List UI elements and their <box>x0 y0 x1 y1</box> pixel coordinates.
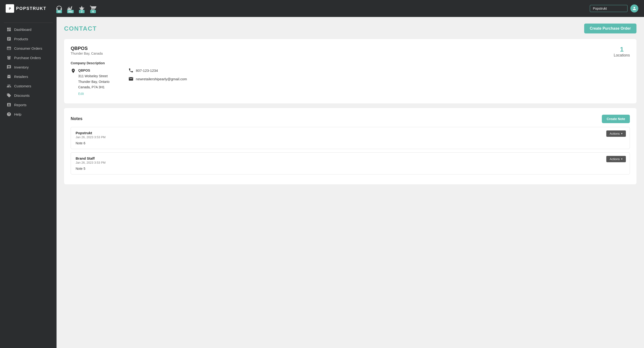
phone-icon <box>128 68 134 73</box>
user-avatar[interactable] <box>630 4 638 12</box>
rocket-badge: 992 <box>67 10 74 13</box>
sidebar-item-inventory[interactable]: Inventory <box>2 62 55 72</box>
logo-text: POPSTRUKT <box>16 6 46 11</box>
create-note-button[interactable]: Create Note <box>602 115 630 123</box>
locations-block: 1 Locations <box>614 46 630 57</box>
phone-number: 807-123-1234 <box>136 68 158 72</box>
sidebar-divider-top <box>4 22 53 23</box>
contact-card: QBPOS Thunder Bay, Canada 1 Locations Co… <box>64 39 636 103</box>
note-item-0: Popstrukt Jan 26, 2023 3:53 PM Note 6 Ac… <box>71 127 630 149</box>
nav-cart-icon[interactable]: 6 <box>90 5 96 12</box>
notes-section: Notes Create Note Popstrukt Jan 26, 2023… <box>64 108 636 184</box>
sidebar-item-discounts-label: Discounts <box>14 93 30 97</box>
note-actions-button-0[interactable]: Actions <box>606 130 626 137</box>
note-author-1: Brand Staff <box>76 156 625 160</box>
sidebar: Dashboard Products Consumer Orders Purch… <box>0 17 56 348</box>
cart-badge: 6 <box>90 10 96 13</box>
page-title: CONTACT <box>64 25 97 32</box>
address-country-postal: Canada, P7A 3H1 <box>78 85 104 89</box>
nav-right: Popstrukt <box>590 4 638 12</box>
note-actions-button-1[interactable]: Actions <box>606 156 626 162</box>
email-row: newretailershipearly@gmail.com <box>128 76 187 81</box>
sidebar-item-inventory-label: Inventory <box>14 65 29 69</box>
sidebar-item-reports-label: Reports <box>14 103 26 107</box>
locations-label: Locations <box>614 53 630 57</box>
nav-star-icon[interactable]: 2 <box>78 5 85 12</box>
contact-main: QBPOS Thunder Bay, Canada 1 Locations <box>71 46 630 57</box>
sidebar-item-products[interactable]: Products <box>2 34 55 43</box>
address-city-state: Thunder Bay, Ontario <box>78 80 110 84</box>
nav-icons: 60 992 2 6 <box>56 5 584 12</box>
sidebar-item-customers-label: Customers <box>14 84 31 88</box>
page-header: CONTACT Create Purchase Order <box>64 23 636 33</box>
create-purchase-order-button[interactable]: Create Purchase Order <box>584 23 636 33</box>
address-block: QBPOS 311 Wolseley Street Thunder Bay, O… <box>71 68 630 97</box>
nav-rocket-icon[interactable]: 992 <box>67 5 74 12</box>
headset-badge: 60 <box>56 10 62 13</box>
nav-headset-icon[interactable]: 60 <box>56 5 62 12</box>
logo[interactable]: P POPSTRUKT <box>6 4 46 13</box>
locations-count: 1 <box>614 46 630 53</box>
sidebar-item-retailers[interactable]: Retailers <box>2 72 55 81</box>
star-badge: 2 <box>79 10 84 13</box>
sidebar-item-products-label: Products <box>14 37 28 41</box>
company-location: Thunder Bay, Canada <box>71 51 103 55</box>
phone-row: 807-123-1234 <box>128 68 187 73</box>
address-street: 311 Wolseley Street <box>78 74 108 78</box>
email-address: newretailershipearly@gmail.com <box>136 77 187 81</box>
sidebar-item-discounts[interactable]: Discounts <box>2 91 55 100</box>
sidebar-item-purchase-orders-label: Purchase Orders <box>14 56 41 60</box>
location-pin-icon <box>71 68 76 73</box>
sidebar-item-dashboard-label: Dashboard <box>14 27 31 31</box>
store-select[interactable]: Popstrukt <box>590 5 628 12</box>
sidebar-item-consumer-orders[interactable]: Consumer Orders <box>2 43 55 53</box>
sidebar-item-dashboard[interactable]: Dashboard <box>2 25 55 34</box>
sidebar-item-reports[interactable]: Reports <box>2 100 55 109</box>
top-navigation: P POPSTRUKT 60 992 2 6 Popstrukt <box>0 0 644 17</box>
notes-title: Notes <box>71 116 82 121</box>
notes-header: Notes Create Note <box>71 115 630 123</box>
address-left: QBPOS 311 Wolseley Street Thunder Bay, O… <box>71 68 110 97</box>
sidebar-item-customers[interactable]: Customers <box>2 81 55 91</box>
main-layout: Dashboard Products Consumer Orders Purch… <box>0 17 644 348</box>
note-content-1: Note 5 <box>76 167 625 170</box>
logo-icon: P <box>6 4 14 13</box>
address-edit-link[interactable]: Edit <box>78 91 110 97</box>
note-date-1: Jan 26, 2023 3:53 PM <box>76 161 625 164</box>
address-company-name: QBPOS <box>78 68 90 72</box>
note-date-0: Jan 26, 2023 3:53 PM <box>76 135 625 139</box>
contact-details: 807-123-1234 newretailershipearly@gmail.… <box>128 68 187 81</box>
main-content: CONTACT Create Purchase Order QBPOS Thun… <box>56 17 644 348</box>
sidebar-item-purchase-orders[interactable]: Purchase Orders <box>2 53 55 62</box>
company-info-left: QBPOS Thunder Bay, Canada <box>71 46 103 55</box>
sidebar-item-consumer-orders-label: Consumer Orders <box>14 46 42 50</box>
sidebar-item-help-label: Help <box>14 112 22 116</box>
sidebar-item-help[interactable]: Help <box>2 109 55 119</box>
note-content-0: Note 6 <box>76 141 625 145</box>
email-icon <box>128 76 134 81</box>
company-name: QBPOS <box>71 46 103 51</box>
note-item-1: Brand Staff Jan 26, 2023 3:53 PM Note 5 … <box>71 152 630 174</box>
sidebar-item-retailers-label: Retailers <box>14 75 28 79</box>
note-author-0: Popstrukt <box>76 131 625 135</box>
company-description-label: Company Description <box>71 61 630 65</box>
address-lines: QBPOS 311 Wolseley Street Thunder Bay, O… <box>78 68 110 97</box>
